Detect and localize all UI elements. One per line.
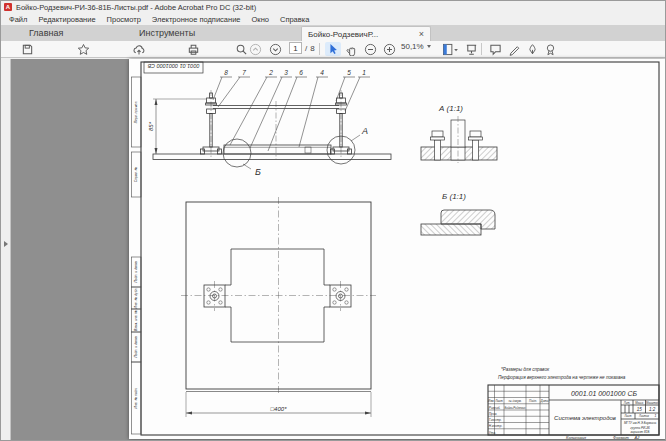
- edit-button[interactable]: [506, 42, 522, 56]
- document-area: 0001.01 0001000 СБ Перв. примен. Справ. …: [1, 59, 666, 441]
- minus-circle-icon: [364, 43, 377, 56]
- svg-text:Изм.: Изм.: [488, 399, 495, 403]
- svg-text:Пров.: Пров.: [489, 412, 498, 416]
- pen-nib-icon: [526, 43, 539, 56]
- plus-circle-icon: [383, 43, 396, 56]
- detail-ref-a: А: [361, 126, 368, 136]
- zoom-out-button[interactable]: [362, 42, 378, 56]
- svg-text:Инв. № дубл.: Инв. № дубл.: [134, 288, 138, 309]
- svg-text:вариант 81Б: вариант 81Б: [630, 430, 649, 434]
- nav-pane-toggle[interactable]: [2, 239, 10, 249]
- frame-side-cells: [132, 77, 142, 434]
- page-divider: /: [305, 44, 307, 53]
- svg-text:7: 7: [242, 69, 246, 76]
- share-cloud-button[interactable]: [131, 42, 147, 56]
- next-page-button[interactable]: [267, 42, 283, 56]
- drawing-canvas: 0001.01 0001000 СБ Перв. примен. Справ. …: [129, 59, 666, 439]
- previous-page-button[interactable]: [247, 42, 263, 56]
- tab-close-icon[interactable]: ×: [419, 29, 424, 39]
- tab-document[interactable]: Бойко-РодзевичР... ×: [301, 26, 431, 41]
- hand-tool-button[interactable]: [343, 42, 359, 56]
- svg-text:Н.контр.: Н.контр.: [489, 424, 503, 428]
- hand-icon: [345, 43, 358, 56]
- svg-text:Т.контр.: Т.контр.: [489, 418, 502, 422]
- page-number-field[interactable]: 1 / 8: [289, 42, 315, 54]
- org-name: МГТУ им.Н.Э.Баумана группа РИ-36 вариант…: [624, 421, 657, 434]
- save-button[interactable]: [19, 42, 35, 56]
- acrobat-window: A Бойко-Родзевич-РИ-36-81Б-Листы.pdf - A…: [0, 0, 666, 441]
- presentation-mode-button[interactable]: [463, 42, 479, 56]
- menu-help[interactable]: Справка: [280, 15, 309, 24]
- zoom-level-dropdown[interactable]: 50,1%: [401, 42, 431, 51]
- svg-text:4: 4: [320, 69, 324, 76]
- svg-text:*Размеры для справок: *Размеры для справок: [501, 367, 550, 372]
- arrow-down-circle-icon: [269, 43, 282, 56]
- screen-icon: [465, 43, 478, 56]
- comment-button[interactable]: [487, 42, 503, 56]
- svg-text:Взам. инв. №: Взам. инв. №: [134, 310, 138, 331]
- menu-bar: Файл Редактирование Просмотр Электронное…: [1, 13, 665, 25]
- zoom-level-value: 50,1%: [401, 42, 424, 51]
- expand-arrow-icon: [4, 241, 8, 247]
- svg-text:15: 15: [637, 407, 643, 412]
- favorites-button[interactable]: [75, 42, 91, 56]
- svg-text:МГТУ им.Н.Э.Баумана: МГТУ им.Н.Э.Баумана: [624, 421, 657, 425]
- document-page: 0001.01 0001000 СБ Перв. примен. Справ. …: [129, 59, 666, 439]
- plan-view: □400*: [181, 197, 376, 417]
- save-icon: [21, 43, 34, 56]
- page-view-menu-button[interactable]: [439, 42, 461, 56]
- svg-text:Лит.: Лит.: [623, 401, 631, 405]
- page-number-input[interactable]: 1: [289, 42, 302, 54]
- menu-view[interactable]: Просмотр: [107, 15, 141, 24]
- comment-bubble-icon: [489, 43, 502, 56]
- fill-sign-button[interactable]: [524, 42, 540, 56]
- svg-text:5: 5: [347, 69, 351, 76]
- corner-designation: 0001.01 0001000 СБ: [147, 63, 199, 69]
- svg-text:Разраб.: Разраб.: [489, 406, 501, 410]
- title-bar: A Бойко-Родзевич-РИ-36-81Б-Листы.pdf - A…: [1, 1, 665, 13]
- svg-text:Лист: Лист: [624, 414, 633, 418]
- svg-text:А2: А2: [634, 435, 641, 440]
- menu-window[interactable]: Окно: [252, 15, 269, 24]
- zoom-in-button[interactable]: [381, 42, 397, 56]
- svg-text:2: 2: [268, 69, 273, 76]
- arrow-up-circle-icon: [249, 43, 262, 56]
- svg-text:Подп. и дата: Подп. и дата: [134, 261, 138, 282]
- tab-tools[interactable]: Инструменты: [139, 25, 195, 41]
- toolbar-separator: [481, 43, 482, 55]
- svg-text:8: 8: [224, 69, 228, 76]
- svg-text:Перфорация верхнего электрода: Перфорация верхнего электрода на чертеже…: [498, 375, 626, 380]
- square-dimension: □400*: [186, 392, 371, 417]
- menu-esign[interactable]: Электронное подписание: [152, 15, 241, 24]
- pencil-icon: [508, 43, 521, 56]
- title-block: Изм. Лист № докум. Подп. Дата Разраб. Пр…: [488, 385, 659, 435]
- svg-text:группа РИ-36: группа РИ-36: [630, 426, 650, 430]
- callout-numbers: 8 7 2 3 6 4 5 1: [224, 69, 366, 76]
- pointer-icon: [327, 43, 339, 55]
- height-dimension: 85*: [148, 99, 206, 154]
- svg-text:3: 3: [284, 69, 288, 76]
- tab-bar: Главная Инструменты Бойко-РодзевичР... ×: [1, 25, 665, 41]
- cloud-upload-icon: [132, 43, 146, 56]
- svg-text:Формат: Формат: [613, 435, 630, 440]
- navigation-rail: [1, 59, 11, 441]
- svg-text:1:2: 1:2: [649, 407, 656, 412]
- titleblock-doc-title: Система электродов: [554, 415, 616, 421]
- titleblock-designation: 0001.01 0001000 СБ: [571, 390, 637, 397]
- svg-text:№ докум.: № докум.: [508, 399, 521, 403]
- menu-file[interactable]: Файл: [9, 15, 27, 24]
- svg-text:1: 1: [362, 69, 366, 76]
- menu-edit[interactable]: Редактирование: [38, 15, 95, 24]
- toolbar: 1 / 8 50,1%: [1, 41, 665, 58]
- acrobat-app-icon: A: [4, 3, 12, 11]
- certificates-button[interactable]: [542, 42, 558, 56]
- print-button[interactable]: [185, 42, 201, 56]
- window-title: Бойко-Родзевич-РИ-36-81Б-Листы.pdf - Ado…: [16, 3, 256, 12]
- toolbar-separator: [319, 43, 320, 55]
- chevron-down-icon: [427, 45, 431, 48]
- search-icon: [235, 43, 248, 56]
- svg-text:Подп.: Подп.: [529, 399, 537, 403]
- tab-home[interactable]: Главная: [29, 25, 63, 41]
- select-tool-button[interactable]: [325, 42, 341, 56]
- detail-a-label: А (1:1): [438, 104, 463, 113]
